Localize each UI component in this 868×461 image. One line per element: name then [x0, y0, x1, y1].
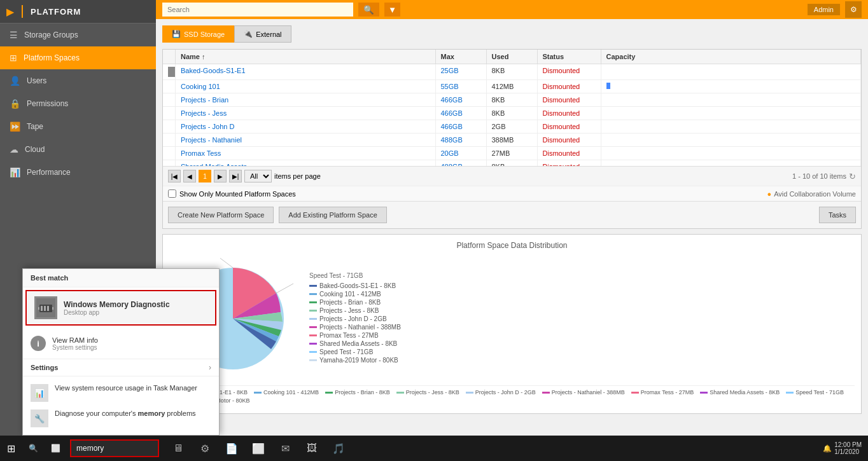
page-last-button[interactable]: ▶| — [229, 170, 242, 182]
cell-max[interactable]: 488GB — [436, 160, 487, 166]
taskbar-clock: 12:00 PM1/1/2020 — [834, 441, 862, 455]
sidebar-item-label: Platform Spaces — [24, 53, 80, 62]
taskbar-icon-image[interactable]: 🖼 — [299, 436, 325, 461]
main-content: 🔍 ▼ Admin ⚙ 💾 SSD Storage 🔌 External — [156, 0, 868, 461]
cell-name[interactable]: Promax Tess — [176, 147, 436, 160]
mounted-filter-label[interactable]: Show Only Mounted Platform Spaces — [168, 189, 296, 198]
view-ram-title: View RAM info — [52, 336, 211, 344]
cell-used: 8KB — [487, 107, 538, 120]
items-per-page-label: items per page — [274, 172, 321, 180]
items-per-page-select[interactable]: All — [244, 170, 272, 182]
legend-item: Shared Media Assets - 8KB — [309, 340, 855, 347]
cell-name[interactable]: Shared Media Assets — [176, 160, 436, 166]
cell-capacity — [601, 160, 862, 166]
cell-max[interactable]: 488GB — [436, 134, 487, 146]
taskbar-start-button[interactable]: ⊞ — [0, 436, 22, 461]
pagination: |◀ ◀ 1 ▶ ▶| All items per page 1 - 10 of… — [163, 166, 861, 186]
taskbar-view-button[interactable]: ⬜ — [45, 436, 67, 461]
admin-button[interactable]: Admin — [808, 4, 840, 15]
logo-icon: ▶ — [6, 6, 14, 18]
start-settings-item-title-1: View system resource usage in Task Manag… — [55, 384, 211, 392]
page-prev-button[interactable]: ◀ — [183, 170, 196, 182]
table-row: Baked-Goods-S1-E125GB8KBDismounted — [163, 64, 861, 80]
cell-max[interactable]: 466GB — [436, 107, 487, 120]
cell-capacity — [601, 64, 862, 79]
view-ram-row[interactable]: i View RAM info System settings — [31, 332, 211, 355]
taskbar-icon-file[interactable]: 📄 — [219, 436, 244, 461]
cell-max[interactable]: 466GB — [436, 120, 487, 133]
svg-rect-4 — [44, 306, 46, 311]
table-row: Shared Media Assets488GB8KBDismounted — [163, 160, 861, 166]
gear-button[interactable]: ⚙ — [845, 1, 862, 18]
cell-status: Dismounted — [538, 120, 601, 133]
cell-thumb — [163, 107, 176, 120]
taskbar-time: 🔔 — [823, 444, 832, 453]
cell-name[interactable]: Projects - Jess — [176, 107, 436, 120]
cell-max[interactable]: 466GB — [436, 93, 487, 106]
cell-capacity — [601, 134, 862, 146]
table-row: Projects - John D466GB2GBDismounted — [163, 120, 861, 134]
cell-max[interactable]: 20GB — [436, 147, 487, 160]
start-menu-overlay: Best match Windows Memory Diagnostic Des… — [22, 268, 220, 436]
sidebar-item-storage-groups[interactable]: ☰ Storage Groups — [0, 24, 156, 46]
start-settings-row[interactable]: Settings › — [23, 359, 219, 376]
search-input[interactable] — [162, 3, 353, 17]
search-dropdown-button[interactable]: ▼ — [384, 3, 400, 17]
view-ram-text: View RAM info System settings — [52, 336, 211, 351]
taskbar-icon-music[interactable]: 🎵 — [326, 436, 351, 461]
performance-icon: 📊 — [10, 167, 20, 177]
svg-rect-7 — [52, 307, 53, 310]
legend-bar-item: Speed Test - 71GB — [786, 389, 844, 396]
svg-rect-3 — [41, 306, 43, 311]
tab-external[interactable]: 🔌 External — [234, 25, 291, 43]
cell-max[interactable]: 25GB — [436, 64, 487, 79]
add-existing-platform-space-button[interactable]: Add Existing Platform Space — [279, 207, 386, 223]
cell-capacity — [601, 107, 862, 120]
page-first-button[interactable]: |◀ — [168, 170, 181, 182]
sidebar-item-permissions[interactable]: 🔒 Permissions — [0, 92, 156, 115]
tape-icon: ⏩ — [10, 121, 20, 132]
sidebar-item-label: Users — [27, 76, 46, 85]
start-result-subtitle: Desktop app — [64, 309, 207, 316]
sidebar-item-tape[interactable]: ⏩ Tape — [0, 115, 156, 138]
taskbar-icon-mail[interactable]: ✉ — [272, 436, 298, 461]
start-settings-item-memory[interactable]: 🔧 Diagnose your computer's memory proble… — [31, 406, 211, 431]
th-name[interactable]: Name ↑ — [176, 50, 436, 64]
start-result-icon — [34, 296, 57, 319]
start-settings-item-taskmgr[interactable]: 📊 View system resource usage in Task Man… — [31, 380, 211, 406]
chart-content: Speed Test - 71GB Baked-Goods-S1-E1 - 8K… — [169, 255, 855, 382]
start-result-item[interactable]: Windows Memory Diagnostic Desktop app — [25, 290, 216, 326]
sidebar-item-performance[interactable]: 📊 Performance — [0, 161, 156, 184]
taskbar-search-button[interactable]: 🔍 — [22, 436, 45, 461]
start-best-match-label: Best match — [23, 269, 219, 287]
start-settings-item-title-2: Diagnose your computer's memory problems — [55, 409, 211, 417]
taskbar-icon-square[interactable]: ⬜ — [246, 436, 271, 461]
cell-name[interactable]: Baked-Goods-S1-E1 — [176, 64, 436, 79]
sidebar-item-users[interactable]: 👤 Users — [0, 69, 156, 92]
cell-name[interactable]: Cooking 101 — [176, 80, 436, 93]
taskbar-icon-monitor[interactable]: 🖥 — [165, 436, 191, 461]
sidebar-item-cloud[interactable]: ☁ Cloud — [0, 138, 156, 161]
cell-status: Dismounted — [538, 80, 601, 93]
sidebar-item-platform-spaces[interactable]: ⊞ Platform Spaces — [0, 46, 156, 69]
page-1-button[interactable]: 1 — [199, 170, 211, 182]
taskbar-icon-settings[interactable]: ⚙ — [192, 436, 218, 461]
cell-name[interactable]: Projects - Brian — [176, 93, 436, 106]
refresh-button[interactable]: ↻ — [849, 172, 856, 181]
cell-name[interactable]: Projects - John D — [176, 120, 436, 133]
mounted-filter-checkbox[interactable] — [168, 189, 176, 198]
cell-max[interactable]: 55GB — [436, 80, 487, 93]
chart-legend: Baked-Goods-S1-E1 - 8KBCooking 101 - 412… — [309, 282, 855, 364]
tasks-button[interactable]: Tasks — [819, 207, 856, 223]
memory-diagnostic-icon — [36, 298, 55, 317]
taskbar-search-field[interactable] — [76, 444, 140, 453]
create-platform-space-button[interactable]: Create New Platform Space — [168, 207, 274, 223]
tab-ssd-storage[interactable]: 💾 SSD Storage — [162, 25, 234, 43]
legend-bar-item: Projects - Jess - 8KB — [396, 389, 459, 396]
cell-status: Dismounted — [538, 160, 601, 166]
cell-name[interactable]: Projects - Nathaniel — [176, 134, 436, 146]
page-next-button[interactable]: ▶ — [214, 170, 227, 182]
cell-thumb — [163, 134, 176, 146]
sidebar-item-label: Permissions — [27, 99, 68, 108]
search-button[interactable]: 🔍 — [358, 3, 379, 17]
